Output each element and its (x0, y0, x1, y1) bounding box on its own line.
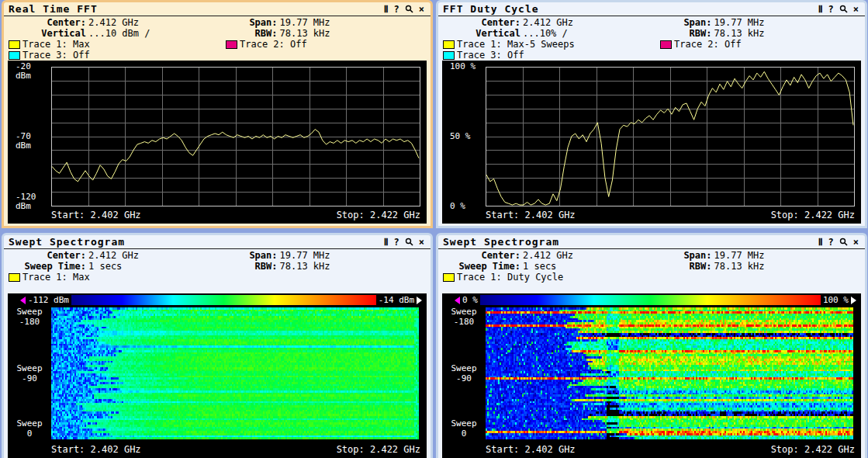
info-row: Trace 1: Duty Cycle (438, 272, 865, 283)
sweep-time-label: Sweep Time: (4, 261, 86, 272)
close-icon[interactable]: × (419, 5, 424, 14)
help-icon[interactable]: ? (828, 238, 834, 247)
info-row: Trace 3: Off (4, 50, 431, 61)
rbw-label: RBW: (239, 261, 278, 272)
x-axis-labels: Start: 2.402 GHz Stop: 2.422 GHz (51, 445, 420, 455)
info-row: Center:2.412 GHz Span:19.77 MHz (438, 250, 865, 261)
info-row: Trace 1: Max-5 Sweeps Trace 2: Off (438, 39, 865, 50)
close-icon[interactable]: × (419, 238, 424, 247)
trace-1-legend: Trace 1: Duty Cycle (443, 272, 563, 282)
info-area: Center:2.412 GHz Span:19.77 MHz Sweep Ti… (438, 249, 865, 293)
x-axis-labels: Start: 2.402 GHz Stop: 2.422 GHz (486, 210, 855, 220)
spectrogram-heatmap[interactable] (51, 307, 419, 439)
trace-3-label: Trace 3: Off (457, 50, 524, 61)
window-title: FFT Duty Cycle (443, 3, 539, 15)
pause-icon[interactable]: Ⅱ (818, 5, 823, 14)
sweep-time-label: Sweep Time: (438, 261, 520, 272)
trace-3-swatch (443, 51, 455, 60)
pause-icon[interactable]: Ⅱ (384, 5, 389, 14)
trace-3-swatch (9, 51, 20, 60)
trace-3-legend: Trace 3: Off (443, 50, 524, 60)
x-stop-label: Stop: 2.422 GHz (337, 445, 420, 455)
info-row: Trace 3: Off (438, 50, 865, 61)
trace-1-label: Trace 1: Max (22, 39, 90, 50)
help-icon[interactable]: ? (394, 5, 399, 14)
window-swept-spectrogram-duty: Swept Spectrogram Ⅱ ? × Center:2.412 GHz… (436, 233, 867, 458)
help-icon[interactable]: ? (394, 238, 399, 247)
close-icon[interactable]: × (853, 5, 859, 14)
info-row: Center:2.412 GHz Span:19.77 MHz (4, 17, 431, 28)
close-icon[interactable]: × (853, 238, 859, 247)
trace-1-label: Trace 1: Max (22, 272, 90, 283)
colorbar-max-arrow-icon[interactable] (851, 297, 856, 304)
help-icon[interactable]: ? (828, 5, 834, 14)
window-controls: Ⅱ ? × (384, 238, 424, 247)
trace-1-label: Trace 1: Max-5 Sweeps (457, 39, 575, 50)
info-area: Center:2.412 GHz Span:19.77 MHz Vertical… (438, 16, 865, 61)
vertical-value: ...10% / (520, 28, 568, 39)
zoom-icon[interactable] (405, 238, 413, 246)
trace-3-label: Trace 3: Off (22, 50, 90, 61)
rbw-label: RBW: (239, 28, 278, 39)
duty-cycle-chart: 100 % 50 % 0 % Start: 2.402 GHz Stop: 2.… (442, 61, 861, 224)
span-value: 19.77 MHz (278, 250, 330, 261)
trace-1-swatch (9, 40, 20, 49)
info-row: Trace 1: Max Trace 2: Off (4, 39, 431, 50)
zoom-icon[interactable] (839, 238, 848, 246)
colorbar-min-arrow-icon[interactable] (455, 297, 460, 304)
titlebar[interactable]: Swept Spectrogram Ⅱ ? × (438, 235, 865, 248)
sweep-axis-tick: Sweep0 (445, 418, 482, 439)
center-value: 2.412 GHz (520, 17, 573, 28)
zoom-icon[interactable] (839, 5, 848, 13)
pause-icon[interactable]: Ⅱ (818, 238, 823, 247)
window-title: Swept Spectrogram (9, 236, 125, 248)
y-axis-tick: -120 dBm (16, 193, 51, 211)
titlebar[interactable]: FFT Duty Cycle Ⅱ ? × (438, 2, 865, 16)
titlebar[interactable]: Swept Spectrogram Ⅱ ? × (4, 235, 431, 248)
colorbar: 0 % 100 % (455, 295, 856, 305)
span-label: Span: (673, 250, 712, 261)
span-value: 19.77 MHz (278, 17, 330, 28)
titlebar[interactable]: Real Time FFT Ⅱ ? × (4, 2, 431, 16)
pause-icon[interactable]: Ⅱ (384, 238, 389, 247)
trace-2-legend: Trace 2: Off (660, 40, 742, 49)
colorbar-max-arrow-icon[interactable] (417, 297, 422, 304)
x-stop-label: Stop: 2.422 GHz (771, 445, 855, 455)
vertical-label: Vertical (4, 28, 86, 39)
trace-1-label: Trace 1: Duty Cycle (457, 272, 563, 283)
rbw-value: 78.13 kHz (278, 261, 330, 272)
window-title: Swept Spectrogram (443, 236, 559, 248)
colorbar-gradient (480, 295, 821, 305)
sweep-axis-tick: Sweep-180 (11, 307, 48, 327)
sweep-time-value: 1 secs (86, 261, 122, 272)
center-value: 2.412 GHz (520, 250, 573, 261)
window-controls: Ⅱ ? × (384, 5, 424, 14)
center-label: Center: (438, 17, 520, 28)
span-label: Span: (239, 17, 278, 28)
info-row: Vertical...10 dBm / RBW:78.13 kHz (4, 28, 431, 39)
trace-1-swatch (9, 273, 20, 282)
colorbar-max-label: 100 % (823, 295, 849, 305)
trace-3-legend: Trace 3: Off (9, 50, 90, 60)
info-area: Center:2.412 GHz Span:19.77 MHz Vertical… (4, 16, 431, 61)
sweep-axis-tick: Sweep0 (11, 418, 48, 439)
zoom-icon[interactable] (405, 5, 413, 13)
colorbar-min-arrow-icon[interactable] (20, 297, 26, 304)
x-axis-labels: Start: 2.402 GHz Stop: 2.422 GHz (486, 445, 855, 455)
x-start-label: Start: 2.402 GHz (486, 445, 576, 455)
trace-2-label: Trace 2: Off (674, 39, 742, 50)
fft-plot-area[interactable] (51, 67, 420, 206)
window-swept-spectrogram-max: Swept Spectrogram Ⅱ ? × Center:2.412 GHz… (2, 233, 433, 458)
info-row: Trace 1: Max (4, 272, 431, 283)
x-stop-label: Stop: 2.422 GHz (337, 210, 420, 220)
sweep-axis-tick: Sweep-180 (445, 307, 482, 327)
info-row: Sweep Time:1 secs RBW:78.13 kHz (438, 261, 865, 272)
duty-cycle-plot-area[interactable] (486, 67, 855, 206)
rbw-value: 78.13 kHz (712, 28, 765, 39)
span-value: 19.77 MHz (712, 250, 765, 261)
span-label: Span: (673, 17, 712, 28)
spectrogram-heatmap[interactable] (486, 307, 853, 439)
span-value: 19.77 MHz (712, 17, 765, 28)
rbw-value: 78.13 kHz (278, 28, 330, 39)
trace-1-legend: Trace 1: Max-5 Sweeps (443, 40, 575, 49)
